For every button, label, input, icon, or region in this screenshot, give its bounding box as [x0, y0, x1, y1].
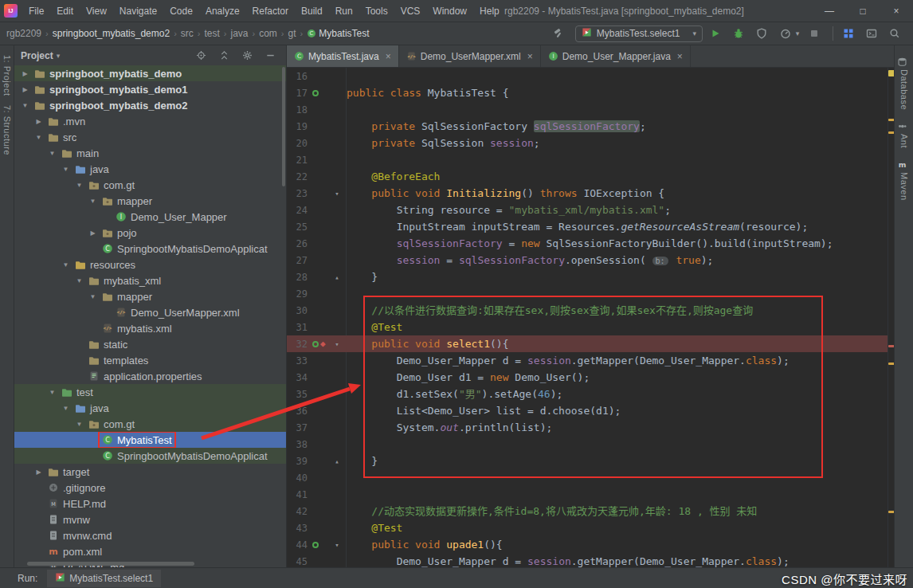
menu-run[interactable]: Run [329, 0, 359, 22]
code-line-26[interactable]: 26 sqlSessionFactory = new SqlSessionFac… [287, 235, 888, 252]
run-gutter-icon[interactable] [312, 341, 319, 347]
code-line-17[interactable]: 17public class MybatisTest { [287, 84, 888, 101]
code-line-31[interactable]: 31 @Test [287, 319, 888, 335]
breadcrumb-item-src[interactable]: src [181, 28, 194, 39]
breadcrumb-item-mybatistest[interactable]: CMybatisTest [307, 28, 369, 39]
project-panel-title[interactable]: Project [21, 50, 53, 61]
tree-toggle-icon[interactable]: ▶ [33, 118, 45, 125]
code-line-44[interactable]: 44▾ public void upade1(){ [287, 536, 888, 553]
tree-item-help-md[interactable]: MHELP.md [14, 496, 287, 512]
tree-item-templates[interactable]: templates [14, 352, 287, 368]
code-line-24[interactable]: 24 String resource = "mybatis_xml/mybati… [287, 202, 888, 218]
tree-toggle-icon[interactable]: ▼ [60, 166, 72, 173]
menu-window[interactable]: Window [426, 0, 473, 22]
tree-item-static[interactable]: static [14, 336, 287, 352]
code-line-45[interactable]: 45 Demo_User_Mapper d = session.getMappe… [287, 553, 888, 567]
tree-item-main[interactable]: ▼main [14, 145, 287, 161]
tree-item-mybatistest[interactable]: CMybatisTest [14, 432, 287, 448]
fold-toggle-icon[interactable]: ▾ [331, 541, 343, 549]
tree-item-mapper[interactable]: ▼mapper [14, 193, 287, 209]
tree-item-pom-xml[interactable]: mpom.xml [14, 543, 287, 559]
run-config-selector[interactable]: MybatisTest.select1 ▾ [575, 25, 703, 42]
tool-window-button-ant[interactable]: Ant [897, 121, 911, 148]
tree-item-pojo[interactable]: ▶pojo [14, 225, 287, 241]
tree-toggle-icon[interactable]: ▼ [87, 198, 99, 205]
menu-help[interactable]: Help [473, 0, 506, 22]
code-line-41[interactable]: 41 [287, 486, 888, 503]
stop-button[interactable] [807, 25, 825, 42]
tree-item-mvnw-cmd[interactable]: mvnw.cmd [14, 527, 287, 543]
tree-item-demo-user-mapper[interactable]: IDemo_User_Mapper [14, 209, 287, 225]
project-tree-vertical-scrollbar[interactable] [282, 67, 285, 186]
breadcrumb-item-test[interactable]: test [204, 28, 219, 39]
breakpoint-icon[interactable]: ◆ [320, 339, 326, 348]
tree-toggle-icon[interactable]: ▶ [87, 229, 99, 237]
tool-window-button-7-structure[interactable]: 7: Structure [2, 105, 12, 155]
coverage-button[interactable] [754, 25, 772, 42]
tree-toggle-icon[interactable]: ▼ [73, 421, 85, 428]
debug-button[interactable] [731, 25, 749, 42]
tree-item-springbootmybatisdemoapplicat[interactable]: CSpringbootMybatisDemoApplicat [14, 241, 287, 257]
tree-item-src[interactable]: ▼src [14, 129, 287, 145]
fold-toggle-icon[interactable]: ▾ [331, 340, 343, 348]
code-line-37[interactable]: 37 System.out.println(list); [287, 419, 888, 436]
project-tree-horizontal-scrollbar[interactable] [27, 562, 194, 566]
locate-button[interactable] [196, 50, 210, 61]
tree-toggle-icon[interactable]: ▼ [19, 102, 31, 109]
menu-edit[interactable]: Edit [50, 0, 80, 22]
menu-tools[interactable]: Tools [359, 0, 394, 22]
tree-toggle-icon[interactable]: ▼ [73, 182, 85, 189]
fold-toggle-icon[interactable]: ▾ [331, 190, 343, 198]
tree-item-resources[interactable]: ▼resources [14, 257, 287, 272]
code-editor[interactable]: 1617public class MybatisTest {1819 priva… [287, 68, 888, 567]
menu-navigate[interactable]: Navigate [113, 0, 163, 22]
code-line-32[interactable]: 32◆▾ public void select1(){ [287, 335, 888, 352]
terminal-button[interactable] [864, 25, 882, 42]
code-line-27[interactable]: 27 session = sqlSessionFactory.openSessi… [287, 252, 888, 269]
code-line-29[interactable]: 29 [287, 285, 888, 302]
tool-windows-button[interactable] [841, 25, 859, 42]
tree-toggle-icon[interactable]: ▶ [33, 468, 45, 476]
breadcrumb-item-springboot-mybatis-demo2[interactable]: springboot_mybatis_demo2 [53, 28, 170, 39]
tree-toggle-icon[interactable]: ▼ [73, 277, 85, 284]
editor-tab-demo-usermapper-xml[interactable]: </>Demo_UserMapper.xml× [399, 45, 541, 67]
code-line-34[interactable]: 34 Demo_User d1 = new Demo_User(); [287, 369, 888, 386]
tool-window-button-database[interactable]: Database [897, 57, 911, 110]
menu-file[interactable]: File [22, 0, 50, 22]
breadcrumb-item-gt[interactable]: gt [288, 28, 296, 39]
tree-item-mvn[interactable]: ▶.mvn [14, 113, 287, 129]
tree-item-mvnw[interactable]: mvnw [14, 512, 287, 527]
code-line-16[interactable]: 16 [287, 68, 888, 84]
code-line-21[interactable]: 21 [287, 151, 888, 168]
tree-item-target[interactable]: ▶target [14, 464, 287, 480]
code-line-39[interactable]: 39▴ } [287, 453, 888, 469]
breadcrumb-item-com[interactable]: com [259, 28, 277, 39]
code-line-22[interactable]: 22 @BeforeEach [287, 168, 888, 185]
tree-item-demo-usermapper-xml[interactable]: </>Demo_UserMapper.xml [14, 304, 287, 320]
tree-item-springboot-mybatis-demo1[interactable]: ▶springboot_mybatis_demo1 [14, 81, 287, 97]
tree-toggle-icon[interactable]: ▼ [46, 389, 58, 396]
tree-toggle-icon[interactable]: ▼ [87, 293, 99, 300]
breadcrumb-item-rgb2209[interactable]: rgb2209 [6, 28, 41, 39]
code-line-40[interactable]: 40 [287, 469, 888, 486]
close-tab-icon[interactable]: × [386, 51, 391, 62]
search-button[interactable] [888, 25, 905, 42]
code-line-28[interactable]: 28▴ } [287, 269, 888, 285]
code-line-19[interactable]: 19 private SqlSessionFactory sqlSessionF… [287, 118, 888, 135]
code-line-18[interactable]: 18 [287, 101, 888, 118]
menu-vcs[interactable]: VCS [394, 0, 427, 22]
code-line-25[interactable]: 25 InputStream inputStream = Resources.g… [287, 218, 888, 235]
tool-window-button-1-project[interactable]: 1: Project [2, 55, 12, 96]
code-line-42[interactable]: 42 //动态实现数据更新操作,条件id=8,将八戒改为天蓬元帅,年龄: 18 … [287, 503, 888, 519]
code-line-35[interactable]: 35 d1.setSex("男").setAge(46); [287, 386, 888, 402]
minimize-button[interactable]: — [813, 0, 846, 22]
tree-item-springboot-mybatis-demo2[interactable]: ▼springboot_mybatis_demo2 [14, 97, 287, 113]
menu-view[interactable]: View [80, 0, 113, 22]
tree-toggle-icon[interactable]: ▼ [60, 261, 72, 269]
collapse-all-button[interactable] [219, 50, 233, 61]
settings-gear-button[interactable] [242, 50, 257, 61]
editor-tab-demo-user-mapper-java[interactable]: IDemo_User_Mapper.java× [541, 45, 691, 67]
tree-item-java[interactable]: ▼java [14, 400, 287, 416]
tree-toggle-icon[interactable]: ▶ [19, 86, 31, 93]
close-tab-icon[interactable]: × [677, 51, 683, 62]
